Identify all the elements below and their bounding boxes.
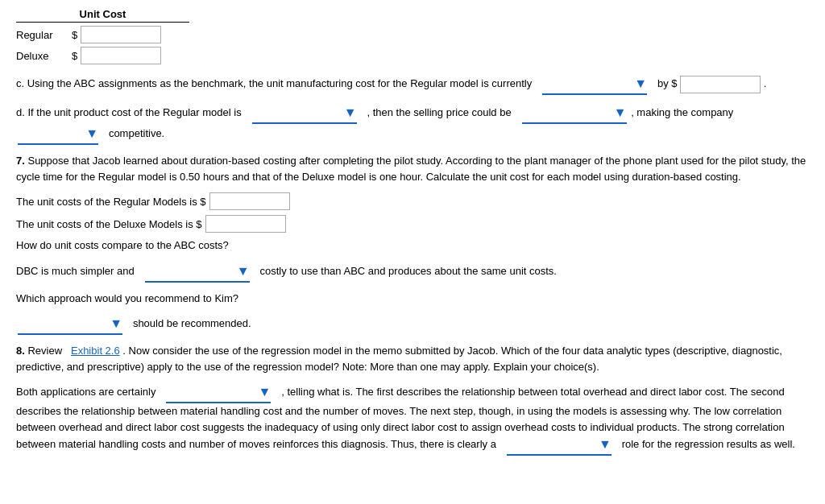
section-7-body: 7. Suppose that Jacob learned about dura… [16, 153, 809, 184]
dbc-text2: costly to use than ABC and produces abou… [259, 265, 557, 277]
deluxe-cost-input[interactable] [81, 47, 161, 64]
section-7-header: 7. [16, 155, 27, 167]
compare-question: How do unit costs compare to the ABC cos… [16, 238, 809, 254]
deluxe-dollar: $ [72, 50, 77, 62]
body1-arrow-icon: ▼ [258, 382, 271, 402]
section-c-text2: by $ [657, 77, 678, 89]
unit-cost-title: Unit Cost [16, 8, 189, 23]
section-d-arrow1-icon: ▼ [344, 103, 357, 122]
dbc-row: DBC is much simpler and less more ▼ cost… [16, 262, 809, 283]
deluxe-models-row: The unit costs of the Deluxe Models is $ [16, 215, 809, 233]
section-d-dropdown3[interactable]: more less ▼ [18, 124, 98, 145]
regular-models-input[interactable] [209, 192, 290, 210]
regular-models-label: The unit costs of the Regular Models is … [16, 196, 206, 208]
dbc-arrow-icon: ▼ [237, 262, 250, 281]
recommend-dropdown[interactable]: DBC ABC ▼ [18, 314, 122, 335]
deluxe-label: Deluxe [16, 50, 68, 62]
section-7: 7. Suppose that Jacob learned about dura… [16, 153, 809, 335]
recommend-question: Which approach would you recommend to Ki… [16, 291, 809, 307]
section-8-text2: . Now consider the use of the regression… [16, 345, 782, 373]
section-c-dropdown[interactable]: overstated understated ▼ [542, 74, 647, 95]
body2-arrow-icon: ▼ [599, 435, 611, 454]
body3-text: role for the regression results as well. [622, 438, 795, 450]
unit-cost-section: Unit Cost Regular $ Deluxe $ [16, 8, 809, 64]
recommend-text: should be recommended. [133, 317, 251, 329]
section-d-select1[interactable]: increased decreased [252, 107, 342, 119]
regular-models-row: The unit costs of the Regular Models is … [16, 192, 809, 210]
section-8-header-row: 8. Review Exhibit 2.6 . Now consider the… [16, 343, 809, 374]
section-d-dropdown2[interactable]: increased decreased ▼ [522, 103, 627, 124]
section-d-text3: , making the company [631, 106, 733, 118]
exhibit-link[interactable]: Exhibit 2.6 [71, 345, 120, 357]
section-d-dropdown1[interactable]: increased decreased ▼ [252, 103, 357, 124]
body1-select[interactable]: descriptive diagnostic predictive prescr… [166, 386, 256, 399]
section-d-text4: competitive. [109, 127, 164, 139]
recommend-question-text: Which approach would you recommend to Ki… [16, 292, 238, 304]
section-d-text2: , then the selling price could be [367, 106, 511, 118]
dbc-dropdown[interactable]: less more ▼ [145, 262, 250, 283]
body2-dropdown[interactable]: descriptive diagnostic predictive prescr… [507, 435, 611, 456]
section-d-arrow2-icon: ▼ [614, 103, 627, 122]
body1-text: Both applications are certainly [16, 386, 155, 398]
section-c-text1: c. Using the ABC assignments as the benc… [16, 77, 532, 89]
dbc-select[interactable]: less more [145, 265, 235, 277]
section-8-text1: Review [27, 345, 62, 357]
section-d-select2[interactable]: increased decreased [522, 107, 612, 119]
section-c-text3: . [764, 77, 767, 89]
compare-question-text: How do unit costs compare to the ABC cos… [16, 239, 229, 251]
body1-dropdown[interactable]: descriptive diagnostic predictive prescr… [166, 382, 271, 403]
section-d-arrow3-icon: ▼ [85, 124, 98, 143]
deluxe-models-input[interactable] [205, 215, 286, 233]
section-c: c. Using the ABC assignments as the benc… [16, 74, 809, 95]
section-d-select3[interactable]: more less [18, 128, 84, 140]
section-8: 8. Review Exhibit 2.6 . Now consider the… [16, 343, 809, 456]
section-8-number: 8. [16, 345, 27, 357]
section-8-body: Both applications are certainly descript… [16, 382, 809, 456]
section-7-text: Suppose that Jacob learned about duratio… [16, 155, 806, 183]
regular-dollar: $ [72, 29, 77, 41]
regular-label: Regular [16, 29, 68, 41]
regular-cost-input[interactable] [81, 26, 161, 43]
section-d-text1: d. If the unit product cost of the Regul… [16, 106, 242, 118]
recommend-arrow-icon: ▼ [110, 314, 122, 333]
section-d: d. If the unit product cost of the Regul… [16, 103, 809, 145]
body2-select[interactable]: descriptive diagnostic predictive prescr… [507, 439, 597, 451]
section-c-arrow-icon: ▼ [634, 74, 647, 93]
section-c-select[interactable]: overstated understated [542, 78, 632, 90]
section-c-amount-input[interactable] [680, 76, 761, 93]
recommend-row: DBC ABC ▼ should be recommended. [16, 314, 809, 335]
deluxe-cost-row: Deluxe $ [16, 47, 809, 64]
recommend-select[interactable]: DBC ABC [18, 318, 108, 330]
dbc-text1: DBC is much simpler and [16, 265, 135, 277]
regular-cost-row: Regular $ [16, 26, 809, 43]
deluxe-models-label: The unit costs of the Deluxe Models is $ [16, 218, 202, 230]
